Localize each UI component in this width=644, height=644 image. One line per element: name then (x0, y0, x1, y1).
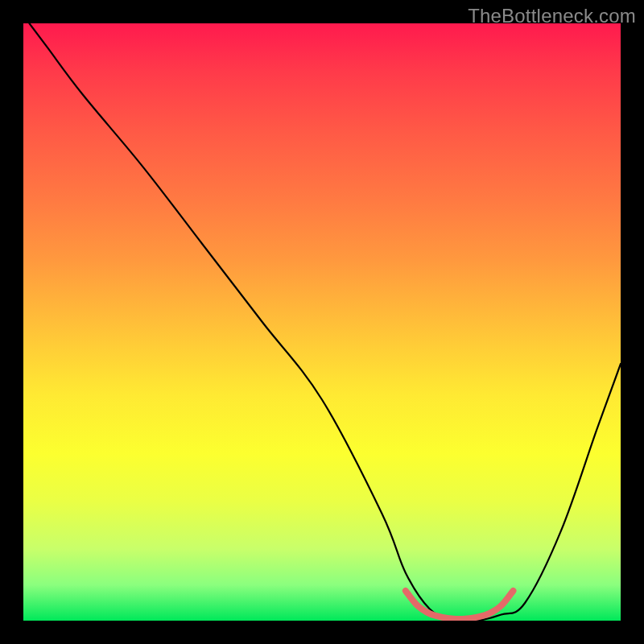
chart-frame: TheBottleneck.com (0, 0, 644, 644)
watermark-text: TheBottleneck.com (468, 5, 636, 27)
gradient-plot-area (23, 23, 621, 621)
curve-layer (23, 23, 621, 621)
bottleneck-curve-path (29, 23, 621, 621)
optimal-range-path (406, 591, 514, 619)
